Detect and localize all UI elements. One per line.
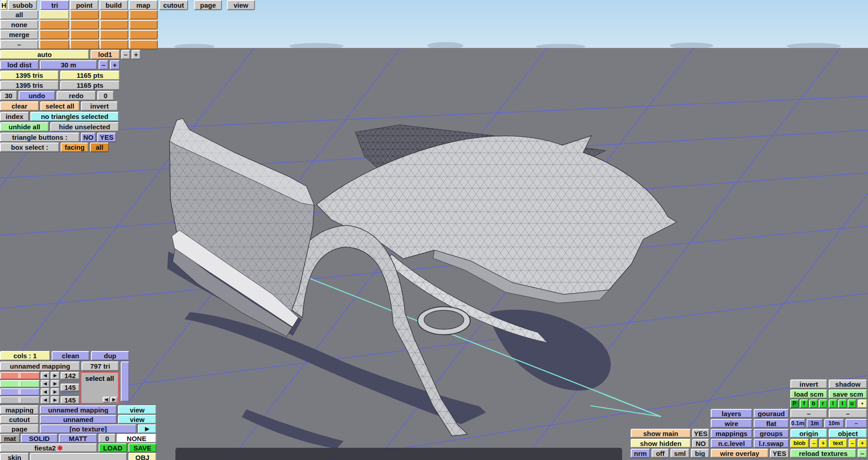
gouraud-button[interactable]: gouraud xyxy=(754,409,789,418)
skin-label[interactable]: skin xyxy=(0,453,29,460)
color-swatch[interactable] xyxy=(0,372,40,379)
lr-swap-button[interactable]: l.r.swap xyxy=(754,439,789,448)
proj-p-button[interactable]: P xyxy=(790,399,799,408)
blob-plus-button[interactable]: + xyxy=(819,439,827,448)
grid-dash-button[interactable]: – xyxy=(845,419,867,428)
subob-grid-cell[interactable] xyxy=(129,40,158,49)
mapping-view-button[interactable]: view xyxy=(118,405,156,414)
grid-1m-button[interactable]: 1m xyxy=(807,419,823,428)
proj-dot-button[interactable]: • xyxy=(858,399,867,408)
cutout-view-button[interactable]: view xyxy=(118,415,156,424)
show-hidden-button[interactable]: show hidden xyxy=(631,439,691,448)
swatch-left-arrow[interactable]: ◀ xyxy=(41,380,50,388)
layers-dash-button[interactable]: – xyxy=(790,409,827,418)
groups-button[interactable]: groups xyxy=(754,429,789,438)
triangle-buttons-no-button[interactable]: NO xyxy=(81,133,96,142)
swatch-handle[interactable] xyxy=(18,381,22,386)
lod-dist-minus-button[interactable]: – xyxy=(99,60,108,70)
blob-button[interactable]: blob xyxy=(790,439,809,448)
subob-grid-cell[interactable] xyxy=(70,10,99,19)
clean-button[interactable]: clean xyxy=(52,351,90,360)
select-all-button[interactable]: select all xyxy=(40,101,80,111)
menu-item-page[interactable]: page xyxy=(194,0,222,10)
text-button[interactable]: text xyxy=(829,439,847,448)
page-value[interactable]: [no texture] xyxy=(40,424,137,433)
load-scm-button[interactable]: load scm xyxy=(790,389,827,398)
grid-10m-button[interactable]: 10m xyxy=(824,419,844,428)
nrm-sml-button[interactable]: sml xyxy=(670,449,689,458)
invert-button[interactable]: invert xyxy=(81,101,118,111)
nrm-off-button[interactable]: off xyxy=(651,449,669,458)
show-main-toggle[interactable]: YES xyxy=(692,429,709,438)
index-button[interactable]: index xyxy=(0,112,29,121)
swatch-left-arrow[interactable]: ◀ xyxy=(41,372,50,379)
mapping-value[interactable]: unnamed mapping xyxy=(40,405,117,414)
swatch-left-arrow[interactable]: ◀ xyxy=(41,388,50,396)
subob-row-label[interactable]: all xyxy=(0,10,38,19)
proj-t-button[interactable]: t xyxy=(838,399,847,408)
dup-button[interactable]: dup xyxy=(91,351,129,360)
proj-r-button[interactable]: r xyxy=(819,399,827,408)
cols-button[interactable]: cols : 1 xyxy=(0,351,50,360)
load-button[interactable]: LOAD xyxy=(99,443,127,452)
layers-dash-button[interactable]: – xyxy=(829,409,867,418)
box-select-all-button[interactable]: all xyxy=(90,142,109,152)
reload-dash-button[interactable]: – xyxy=(858,449,867,458)
menu-item-subob[interactable]: subob xyxy=(8,0,37,10)
proj-u-button[interactable]: u xyxy=(848,399,856,408)
subob-grid-cell[interactable] xyxy=(129,30,158,39)
show-hidden-toggle[interactable]: NO xyxy=(692,439,709,448)
menu-item-h[interactable]: H xyxy=(0,0,7,10)
mappings-button[interactable]: mappings xyxy=(711,429,752,438)
mat-matt-button[interactable]: MATT xyxy=(59,434,97,443)
page-next-icon[interactable]: ▶ xyxy=(138,424,156,433)
nrm-big-button[interactable]: big xyxy=(691,449,709,458)
subob-row-label[interactable]: merge xyxy=(0,30,38,39)
undo-button[interactable]: undo xyxy=(19,91,55,100)
subob-grid-cell[interactable] xyxy=(70,20,99,29)
save-scm-button[interactable]: save scm xyxy=(829,389,867,398)
proj-f-button[interactable]: f xyxy=(800,399,808,408)
page-label[interactable]: page xyxy=(0,424,39,433)
selbox-left-arrow[interactable]: ◀ xyxy=(103,397,110,403)
unhide-all-button[interactable]: unhide all xyxy=(0,122,49,132)
layers-button[interactable]: layers xyxy=(711,409,752,418)
swatch-handle[interactable] xyxy=(18,389,22,394)
reload-textures-button[interactable]: reload textures xyxy=(790,449,856,458)
show-main-button[interactable]: show main xyxy=(631,429,691,438)
subob-grid-cell[interactable] xyxy=(39,10,69,19)
menu-item-tri[interactable]: tri xyxy=(40,0,69,10)
menu-item-cutout[interactable]: cutout xyxy=(159,0,188,10)
menu-item-point[interactable]: point xyxy=(70,0,99,10)
invert-shadow-button[interactable]: invert xyxy=(790,379,827,389)
origin-button[interactable]: origin xyxy=(790,429,827,438)
subob-grid-cell[interactable] xyxy=(129,10,158,19)
selbox-right-arrow[interactable]: ▶ xyxy=(110,397,118,403)
auto-button[interactable]: auto xyxy=(0,50,89,59)
obj-button[interactable]: OBJ xyxy=(128,453,156,460)
skin-value[interactable] xyxy=(30,453,127,460)
object-button[interactable]: object xyxy=(829,429,867,438)
wire-overlay-toggle[interactable]: YES xyxy=(770,449,789,458)
shadow-button[interactable]: shadow xyxy=(829,379,867,389)
hide-unselected-button[interactable]: hide unselected xyxy=(50,122,119,132)
menu-item-view[interactable]: view xyxy=(227,0,255,10)
swatch-left-arrow[interactable]: ◀ xyxy=(41,396,50,404)
subob-row-label[interactable]: none xyxy=(0,20,38,29)
swatch-handle[interactable] xyxy=(18,373,22,378)
clear-button[interactable]: clear xyxy=(0,101,39,111)
cutout-value[interactable]: unnamed xyxy=(40,415,117,424)
swatch-right-arrow[interactable]: ▶ xyxy=(51,396,60,404)
lod-level-button[interactable]: lod1 xyxy=(90,50,120,59)
lod-plus-button[interactable]: + xyxy=(132,50,141,59)
menu-item-build[interactable]: build xyxy=(99,0,128,10)
current-file-name[interactable]: fiesta2✱ xyxy=(0,443,97,452)
subob-grid-cell[interactable] xyxy=(100,10,128,19)
grid-01m-button[interactable]: 0.1m xyxy=(790,419,805,428)
subob-grid-cell[interactable] xyxy=(100,40,128,49)
subob-grid-cell[interactable] xyxy=(100,20,128,29)
subob-grid-cell[interactable] xyxy=(39,30,69,39)
box-select-facing-button[interactable]: facing xyxy=(61,142,89,152)
lod-dist-plus-button[interactable]: + xyxy=(110,60,120,70)
select-all-box[interactable]: select all ◀ ▶ xyxy=(80,372,119,404)
